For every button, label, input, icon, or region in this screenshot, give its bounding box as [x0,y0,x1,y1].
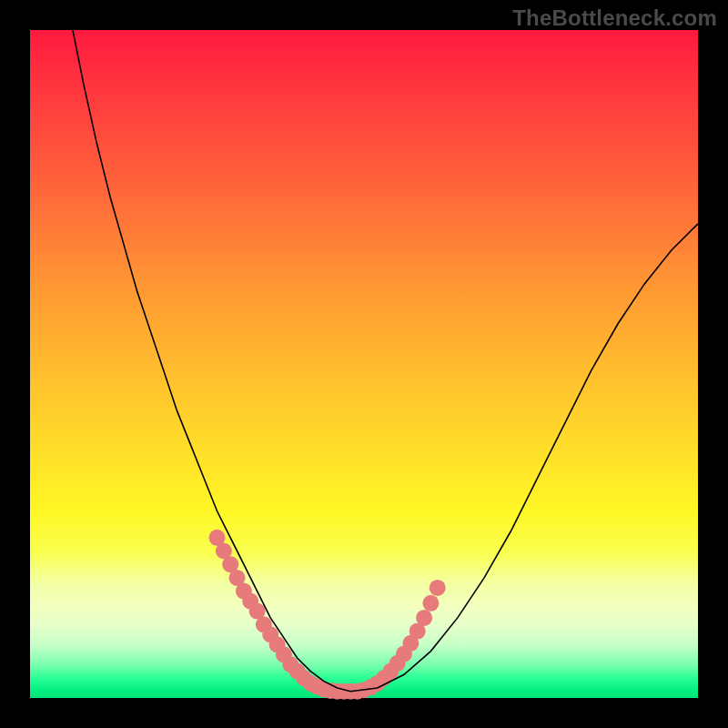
curve-layer [30,30,698,698]
watermark-text: TheBottleneck.com [512,5,717,31]
curve-marker [422,595,439,612]
chart-frame: TheBottleneck.com [0,0,728,728]
curve-marker [416,610,432,626]
marker-cluster [209,530,446,700]
curve-marker [430,580,446,596]
plot-area [30,30,698,698]
bottleneck-curve [70,16,698,691]
